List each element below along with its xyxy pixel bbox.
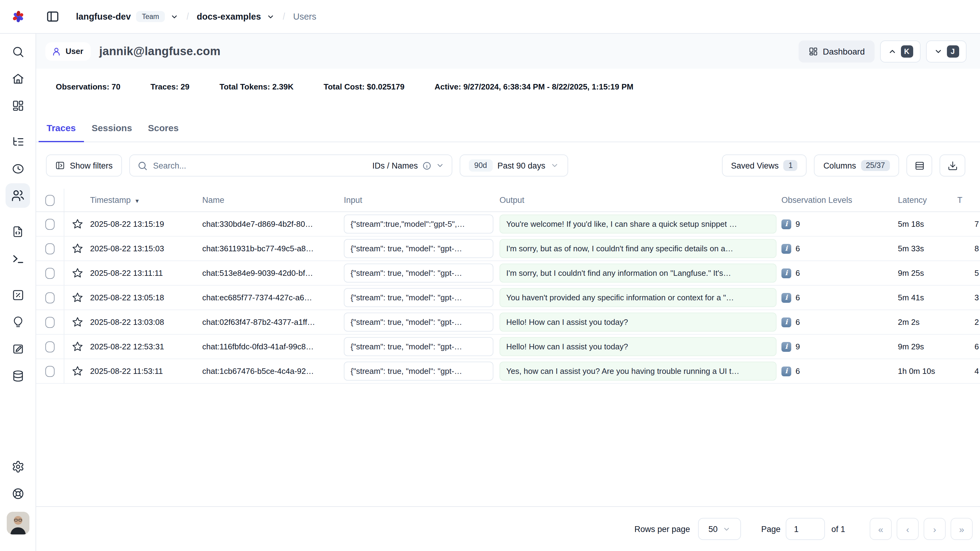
trace-input-preview[interactable]: {"stream": true, "model": "gpt-… bbox=[344, 288, 493, 307]
column-header-latency[interactable]: Latency bbox=[898, 196, 957, 205]
chevron-down-icon bbox=[934, 47, 942, 56]
trace-output-preview[interactable]: You haven't provided any specific inform… bbox=[500, 288, 776, 307]
row-checkbox[interactable] bbox=[45, 366, 54, 377]
sidebar-item-prompts[interactable] bbox=[5, 220, 30, 244]
trace-output-preview[interactable]: Hello! How can I assist you today? bbox=[500, 337, 776, 356]
next-user-button[interactable]: J bbox=[926, 40, 967, 62]
chevron-down-icon[interactable] bbox=[170, 13, 178, 21]
sidebar-item-annotation[interactable] bbox=[5, 336, 30, 361]
trace-output-preview[interactable]: I'm sorry, but I couldn't find any infor… bbox=[500, 264, 776, 283]
truncated-cell: 6 bbox=[957, 342, 980, 351]
table-row[interactable]: 2025-08-22 12:53:31 chat:116fbfdc-0fd3-4… bbox=[36, 334, 980, 359]
trace-output-preview[interactable]: Hello! How can I assist you today? bbox=[500, 312, 776, 331]
column-header-timestamp[interactable]: Timestamp▼ bbox=[90, 196, 202, 205]
trace-input-preview[interactable]: {"stream": true, "model": "gpt-… bbox=[344, 312, 493, 331]
sidebar-item-dashboards[interactable] bbox=[5, 93, 30, 118]
trace-output-preview[interactable]: You're welcome! If you'd like, I can sha… bbox=[500, 215, 776, 234]
sidebar-item-support[interactable] bbox=[5, 481, 30, 506]
trace-input-preview[interactable]: {"stream": true, "model": "gpt-… bbox=[344, 337, 493, 356]
row-checkbox[interactable] bbox=[45, 243, 54, 254]
table-row[interactable]: 2025-08-22 13:03:08 chat:02f63f47-87b2-4… bbox=[36, 310, 980, 334]
trace-output-preview[interactable]: Yes, how can I assist you? Are you havin… bbox=[500, 361, 776, 381]
table-row[interactable]: 2025-08-22 13:15:03 chat:3611931b-bc77-4… bbox=[36, 237, 980, 261]
column-header-observation-levels[interactable]: Observation Levels bbox=[781, 196, 898, 205]
sidebar-item-experiments[interactable] bbox=[5, 309, 30, 334]
bookmark-star-icon[interactable] bbox=[64, 218, 90, 230]
observation-count: 6 bbox=[795, 268, 800, 278]
row-checkbox[interactable] bbox=[45, 317, 54, 328]
table-row[interactable]: 2025-08-22 13:05:18 chat:ec685f77-7374-4… bbox=[36, 286, 980, 310]
langfuse-logo-icon[interactable] bbox=[10, 9, 26, 24]
first-page-button[interactable]: « bbox=[870, 518, 892, 540]
last-page-button[interactable]: » bbox=[951, 518, 973, 540]
sidebar-item-sessions[interactable] bbox=[5, 156, 30, 181]
sidebar-item-users[interactable] bbox=[5, 183, 30, 208]
tab-sessions[interactable]: Sessions bbox=[84, 123, 140, 142]
bookmark-star-icon[interactable] bbox=[64, 267, 90, 279]
saved-views-button[interactable]: Saved Views 1 bbox=[722, 154, 807, 177]
columns-button[interactable]: Columns 25/37 bbox=[814, 154, 899, 177]
column-header-name[interactable]: Name bbox=[202, 196, 344, 205]
chevron-down-icon[interactable] bbox=[267, 13, 275, 21]
breadcrumb-org[interactable]: langfuse-dev bbox=[76, 12, 131, 21]
rows-per-page-select[interactable]: 50 bbox=[698, 518, 741, 540]
column-header-output[interactable]: Output bbox=[500, 196, 781, 205]
trace-timestamp: 2025-08-22 13:03:08 bbox=[90, 317, 202, 326]
sidebar-item-search[interactable] bbox=[5, 39, 30, 64]
trace-input-preview[interactable]: {"stream": true, "model": "gpt-… bbox=[344, 361, 493, 381]
table-row[interactable]: 2025-08-22 13:15:19 chat:330bd4e7-d869-4… bbox=[36, 212, 980, 237]
bookmark-star-icon[interactable] bbox=[64, 243, 90, 254]
page-number-input[interactable] bbox=[786, 518, 825, 540]
breadcrumb-separator: / bbox=[281, 11, 287, 22]
column-header-input[interactable]: Input bbox=[344, 196, 500, 205]
shortcut-key-j: J bbox=[947, 45, 959, 57]
dashboard-button[interactable]: Dashboard bbox=[798, 40, 875, 62]
chevron-down-icon bbox=[436, 161, 444, 170]
tab-scores[interactable]: Scores bbox=[140, 123, 187, 142]
table-row[interactable]: 2025-08-22 11:53:11 chat:1cb67476-b5ce-4… bbox=[36, 359, 980, 384]
tab-bar: Traces Sessions Scores bbox=[36, 104, 980, 142]
date-range-button[interactable]: 90d Past 90 days bbox=[460, 154, 568, 177]
sidebar-item-tracing[interactable] bbox=[5, 129, 30, 154]
bookmark-star-icon[interactable] bbox=[64, 365, 90, 377]
tab-traces[interactable]: Traces bbox=[38, 123, 84, 142]
download-icon bbox=[947, 160, 958, 171]
bookmark-star-icon[interactable] bbox=[64, 341, 90, 352]
trace-latency: 1h 0m 10s bbox=[898, 366, 957, 376]
trace-input-preview[interactable]: {"stream": true, "model": "gpt-… bbox=[344, 264, 493, 283]
sidebar-item-evaluation[interactable] bbox=[5, 283, 30, 307]
observation-count: 9 bbox=[795, 342, 800, 351]
breadcrumb-project[interactable]: docs-examples bbox=[197, 12, 261, 21]
bookmark-star-icon[interactable] bbox=[64, 316, 90, 328]
previous-page-button[interactable]: ‹ bbox=[897, 518, 919, 540]
row-height-button[interactable] bbox=[907, 154, 932, 177]
sidebar-item-playground[interactable] bbox=[5, 246, 30, 271]
sidebar-toggle-icon[interactable] bbox=[46, 10, 59, 23]
search-scope-dropdown[interactable]: IDs / Names bbox=[372, 161, 444, 170]
trace-input-preview[interactable]: {"stream": true, "model": "gpt-… bbox=[344, 239, 493, 258]
row-checkbox[interactable] bbox=[45, 268, 54, 279]
show-filters-button[interactable]: Show filters bbox=[46, 154, 122, 177]
select-all-checkbox[interactable] bbox=[45, 194, 54, 205]
table-row[interactable]: 2025-08-22 13:11:11 chat:513e84e9-9039-4… bbox=[36, 261, 980, 286]
row-checkbox[interactable] bbox=[45, 292, 54, 303]
next-page-button[interactable]: › bbox=[924, 518, 946, 540]
sidebar-item-datasets[interactable] bbox=[5, 363, 30, 388]
search-input[interactable] bbox=[153, 161, 367, 170]
sidebar-item-settings[interactable] bbox=[5, 454, 30, 479]
bookmark-star-icon[interactable] bbox=[64, 292, 90, 303]
export-button[interactable] bbox=[940, 154, 965, 177]
trace-output-preview[interactable]: I'm sorry, but as of now, I couldn't fin… bbox=[500, 239, 776, 258]
trace-latency: 2m 2s bbox=[898, 317, 957, 326]
row-checkbox[interactable] bbox=[45, 341, 54, 352]
previous-user-button[interactable]: K bbox=[880, 40, 921, 62]
user-avatar[interactable] bbox=[6, 512, 29, 535]
sidebar-item-home[interactable] bbox=[5, 66, 30, 91]
sidebar bbox=[0, 34, 36, 551]
stat-traces: Traces: 29 bbox=[151, 82, 189, 91]
column-header-truncated[interactable]: T bbox=[957, 196, 980, 205]
table-header: Timestamp▼ Name Input Output Observation… bbox=[36, 189, 980, 212]
trace-input-preview[interactable]: {"stream":true,"model":"gpt-5",… bbox=[344, 215, 493, 234]
row-checkbox[interactable] bbox=[45, 218, 54, 229]
trace-name: chat:ec685f77-7374-427c-a6… bbox=[202, 293, 344, 302]
